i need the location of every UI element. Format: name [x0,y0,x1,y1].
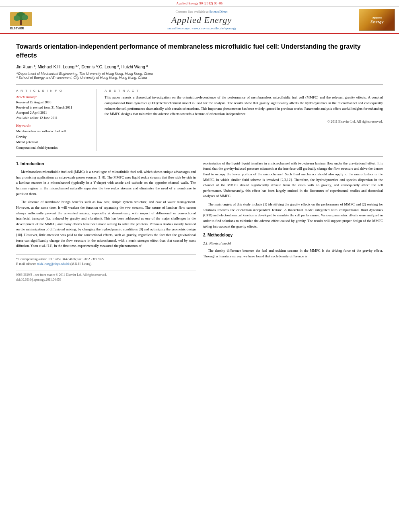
section1-right-p2: The main targets of this study include (… [203,202,383,229]
footnote-email-who: (M.K.H. Leung). [70,262,92,266]
left-column: 1. Introduction Membraneless microfluidi… [16,161,196,282]
elsevier-logo-svg: ELSEVIER [8,10,40,30]
article-history-label: Article history: [16,95,91,99]
doi-line1: 0306-2619/$ – see front matter © 2011 El… [16,273,196,277]
abstract-section: A B S T R A C T This paper reports a the… [105,89,383,150]
footnote-email-link[interactable]: mkh.leung@cityu.edu.hk [37,262,70,266]
journal-top-bar: Applied Energy 90 (2012) 80–86 [0,2,399,5]
article-info-heading: A R T I C L E I N F O [16,89,91,92]
divider [16,156,383,157]
keyword-1: Membraneless microfluidic fuel cell [16,129,91,134]
revised-date: Received in revised form 31 March 2011 [16,105,91,110]
author-dennis-leung: Dennis Y.C. Leung a [82,64,119,69]
sciencedirect-line: Contents lists available at ScienceDirec… [44,10,359,14]
author-michael-leung: Michael K.H. Leung b,* [38,64,79,69]
journal-banner: ELSEVIER Contents lists available at Sci… [0,6,399,33]
footnote-email-line: E-mail address: mkh.leung@cityu.edu.hk (… [16,262,196,267]
svg-point-3 [14,15,20,21]
article-dates: Received 15 August 2010 Received in revi… [16,100,91,120]
paper-affiliations: ᵃ Department of Mechanical Engineering, … [16,72,383,80]
keyword-4: Computational fluid dynamics [16,145,91,151]
section1-title: 1. Introduction [16,161,196,167]
journal-center: Contents lists available at ScienceDirec… [44,10,359,30]
accepted-date: Accepted 2 April 2011 [16,110,91,115]
paper-title: Towards orientation-independent performa… [16,42,383,60]
journal-title: Applied Energy [44,15,359,25]
abstract-heading: A B S T R A C T [105,89,383,92]
section1-p2: The absence of membrane brings benefits … [16,199,196,249]
footnote-email-label: E-mail address: [16,262,36,266]
author-jin-xuan: Jin Xuan a [16,64,35,69]
logo-energy: Energy [370,19,384,24]
body-columns: 1. Introduction Membraneless microfluidi… [16,161,383,282]
article-info: A R T I C L E I N F O Article history: R… [16,89,97,150]
author-huizhi-wang: Huizhi Wang a [121,64,148,69]
section2-p1: The density difference between the fuel … [203,248,383,259]
svg-text:ELSEVIER: ELSEVIER [10,27,24,30]
paper-authors: Jin Xuan a, Michael K.H. Leung b,*, Denn… [16,64,383,70]
section2-sub-title: 2.1. Physical model [203,241,383,246]
abstract-text: This paper reports a theoretical investi… [105,95,383,117]
received-date: Received 15 August 2010 [16,100,91,105]
journal-logo-right: Applied Energy [359,9,395,31]
elsevier-logo: ELSEVIER [4,9,44,31]
sciencedirect-link[interactable]: ScienceDirect [210,10,228,14]
footnote-corresponding: * Corresponding author. Tel.: +852 3442 … [16,257,196,262]
doi-line2: doi:10.1016/j.apenergy.2011.04.058 [16,277,196,282]
journal-homepage: journal homepage: www.elsevier.com/locat… [44,27,359,30]
keyword-2: Gravity [16,134,91,140]
right-column: reorientation of the liquid–liquid inter… [203,161,383,282]
section1-right-p1: reorientation of the liquid–liquid inter… [203,161,383,199]
affiliation-a: ᵃ Department of Mechanical Engineering, … [16,72,383,76]
journal-header: Applied Energy 90 (2012) 80–86 ELSEVIER … [0,0,399,34]
section1-p1: Membraneless microfluidic fuel cell (MMC… [16,169,196,197]
footnote-section: * Corresponding author. Tel.: +852 3442 … [16,255,196,267]
info-abstract-section: A R T I C L E I N F O Article history: R… [16,84,383,150]
bottom-bar: 0306-2619/$ – see front matter © 2011 El… [16,271,196,282]
keyword-3: Mixed potential [16,140,91,145]
keywords-section: Keywords: Membraneless microfluidic fuel… [16,123,91,150]
svg-point-4 [22,14,28,20]
online-date: Available online 12 June 2011 [16,115,91,121]
logo-applied: Applied [372,16,382,19]
section2-title: 2. Methodology [203,232,383,238]
affiliation-b: ᵇ School of Energy and Environment, City… [16,76,383,80]
keywords-title: Keywords: [16,123,91,127]
copyright: © 2011 Elsevier Ltd. All rights reserved… [105,119,383,123]
paper-content: Towards orientation-independent performa… [0,34,399,290]
journal-citation: Applied Energy 90 (2012) 80–86 [176,2,222,5]
